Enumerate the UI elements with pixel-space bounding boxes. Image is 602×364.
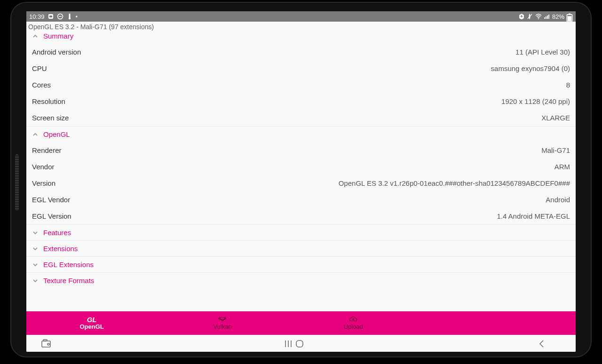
chevron-up-icon [32,33,39,40]
section-title: OpenGL [43,130,70,138]
chevron-down-icon [32,245,39,252]
svg-rect-19 [43,340,47,341]
vulkan-icon [218,316,227,323]
page-subtitle: OpenGL ES 3.2 - Mali-G71 (97 extensions) [26,22,576,32]
chevron-up-icon [32,131,39,138]
nav-back-button[interactable] [536,338,547,349]
section-title: Features [43,229,71,237]
android-navbar [26,335,576,352]
nav-screenshot-button[interactable] [40,338,52,349]
tab-label: Upload [344,323,363,330]
battery-icon [566,13,573,20]
status-dot: • [76,13,78,20]
status-time: 10:39 [29,13,45,20]
svg-rect-12 [547,16,548,19]
gl-icon: GL [87,316,96,323]
chevron-down-icon [32,229,39,236]
svg-rect-4 [69,14,70,17]
svg-rect-15 [569,14,570,15]
mute-icon [527,13,533,20]
row-cores: Cores 8 [26,77,576,93]
app-badge-icon [48,13,54,20]
tab-spacer [419,311,576,335]
row-screen-size: Screen size XLARGE [26,110,576,126]
section-title: Extensions [43,245,78,253]
circle-minus-icon [57,13,63,20]
row-renderer: Renderer Mali-G71 [26,142,576,158]
svg-point-9 [538,18,539,19]
cloud-upload-icon [349,316,357,323]
svg-rect-13 [548,15,549,19]
battery-percent: 82% [552,13,564,20]
section-title: EGL Extensions [43,261,94,269]
section-header-features[interactable]: Features [26,224,576,240]
speaker-grille [15,154,19,211]
svg-point-20 [48,343,49,345]
row-egl-vendor: EGL Vendor Android [26,191,576,208]
row-resolution: Resolution 1920 x 1128 (240 ppi) [26,93,576,110]
svg-point-5 [68,17,70,19]
screen: 10:39 • [26,11,576,352]
section-header-opengl[interactable]: OpenGL [26,126,576,142]
row-cpu: CPU samsung exynos7904 (0) [26,60,576,77]
svg-rect-7 [520,16,523,16]
svg-rect-10 [544,17,545,19]
section-header-summary[interactable]: Summary [26,32,576,44]
wifi-icon [535,13,542,20]
svg-rect-1 [49,16,52,17]
nav-home-button[interactable] [294,338,305,349]
section-header-egl-extensions[interactable]: EGL Extensions [26,256,576,272]
row-version: Version OpenGL ES 3.2 v1.r26p0-01eac0.##… [26,175,576,191]
svg-rect-24 [296,340,303,347]
row-vendor: Vendor ARM [26,158,576,175]
svg-rect-11 [546,16,547,19]
section-title: Summary [43,32,73,40]
tab-label: OpenGL [79,323,103,330]
tab-label: Vulkan [214,323,232,330]
nav-recents-button[interactable] [283,338,294,349]
section-title: Texture Formats [43,277,94,285]
tab-upload[interactable]: Upload [288,311,419,335]
chevron-down-icon [32,277,39,284]
content-scroll[interactable]: Summary Android version 11 (API Level 30… [26,32,576,311]
row-egl-version: EGL Version 1.4 Android META-EGL [26,208,576,224]
tab-vulkan[interactable]: Vulkan [157,311,288,335]
svg-rect-16 [568,16,571,21]
signal-icon [544,13,550,20]
key-icon [66,13,73,20]
status-bar: 10:39 • [26,11,576,22]
tab-opengl[interactable]: GL OpenGL [26,311,157,335]
section-header-extensions[interactable]: Extensions [26,240,576,256]
battery-saver-icon [518,13,525,20]
section-header-texture-formats[interactable]: Texture Formats [26,272,576,288]
device-frame: 10:39 • [10,2,592,357]
row-android-version: Android version 11 (API Level 30) [26,44,576,60]
bottom-tabs: GL OpenGL Vulkan Upload [26,311,576,335]
chevron-down-icon [32,261,39,268]
